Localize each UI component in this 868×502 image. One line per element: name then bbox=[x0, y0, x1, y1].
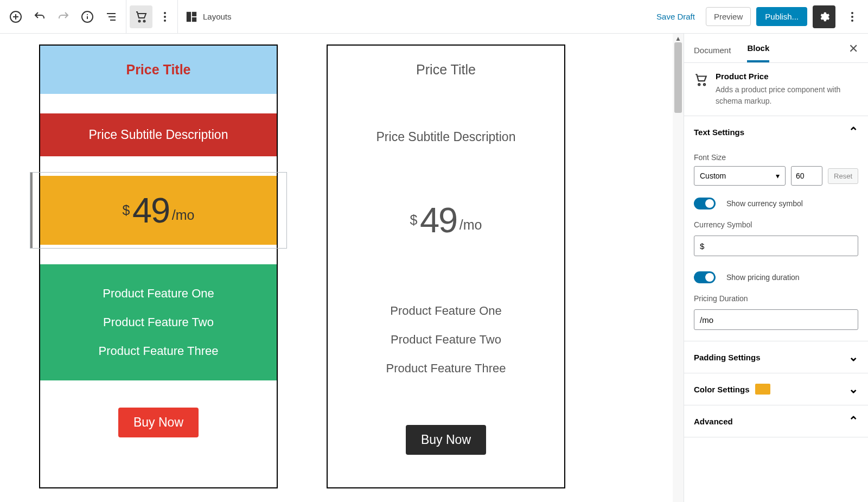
font-size-label: Font Size bbox=[694, 153, 858, 162]
pricing-card[interactable]: Price Title Price Subtitle Description $… bbox=[39, 45, 278, 488]
svg-point-13 bbox=[164, 20, 166, 22]
close-sidebar-button[interactable]: ✕ bbox=[848, 42, 858, 62]
font-size-select[interactable]: Custom ▾ bbox=[694, 166, 786, 186]
tab-block[interactable]: Block bbox=[747, 36, 769, 62]
panel-header-padding[interactable]: Padding Settings ⌄ bbox=[684, 341, 868, 373]
toolbar-left: Layouts bbox=[4, 0, 239, 34]
layouts-button[interactable]: Layouts bbox=[177, 0, 239, 34]
more-menu-button[interactable] bbox=[841, 5, 864, 28]
chevron-up-icon: ⌃ bbox=[848, 414, 858, 428]
panel-advanced: Advanced ⌃ bbox=[684, 405, 868, 437]
svg-point-18 bbox=[851, 16, 853, 18]
svg-point-21 bbox=[704, 84, 705, 85]
pricing-duration-label: Pricing Duration bbox=[694, 294, 858, 303]
font-size-input[interactable] bbox=[791, 166, 822, 186]
panel-title: Color Settings bbox=[694, 385, 750, 394]
panel-padding-settings: Padding Settings ⌄ bbox=[684, 341, 868, 373]
currency-symbol-label: Currency Symbol bbox=[694, 220, 858, 229]
main-area: Price Title Price Subtitle Description $… bbox=[0, 34, 868, 502]
chevron-down-icon: ▾ bbox=[776, 171, 780, 180]
toggle-label: Show currency symbol bbox=[726, 199, 803, 208]
svg-point-19 bbox=[851, 20, 853, 22]
price-value: 49 bbox=[420, 200, 457, 240]
buy-button[interactable]: Buy Now bbox=[406, 425, 486, 455]
chevron-down-icon: ⌄ bbox=[848, 382, 858, 396]
price-duration: /mo bbox=[172, 207, 195, 223]
pricing-card[interactable]: Price Title Price Subtitle Description $… bbox=[327, 45, 565, 488]
list-icon bbox=[105, 10, 118, 23]
toggle-show-duration[interactable] bbox=[694, 271, 716, 283]
block-desc-text: Adds a product price component with sche… bbox=[716, 84, 858, 107]
panel-header-text-settings[interactable]: Text Settings ⌃ bbox=[684, 116, 868, 148]
info-icon bbox=[81, 10, 94, 23]
panel-body: Font Size Custom ▾ Reset Show currency s… bbox=[684, 153, 868, 341]
redo-icon bbox=[57, 10, 70, 23]
svg-point-12 bbox=[164, 16, 166, 18]
plus-circle-icon bbox=[9, 10, 22, 23]
svg-point-17 bbox=[851, 12, 853, 14]
panel-header-color[interactable]: Color Settings ⌄ bbox=[684, 373, 868, 405]
feature-item: Product Feature One bbox=[328, 297, 564, 326]
buy-button[interactable]: Buy Now bbox=[118, 408, 199, 437]
toggle-label: Show pricing duration bbox=[726, 273, 800, 282]
price-block[interactable]: $ 49 /mo bbox=[328, 186, 564, 255]
svg-point-5 bbox=[87, 14, 88, 15]
save-draft-link[interactable]: Save Draft bbox=[651, 9, 700, 24]
color-swatch bbox=[755, 384, 770, 395]
feature-item: Product Feature Two bbox=[328, 326, 564, 354]
panel-title: Text Settings bbox=[694, 128, 744, 137]
preview-button[interactable]: Preview bbox=[706, 7, 751, 26]
sidebar-tabs: Document Block ✕ bbox=[684, 34, 868, 63]
card-title[interactable]: Price Title bbox=[328, 46, 564, 94]
block-title: Product Price bbox=[716, 72, 858, 81]
outline-button[interactable] bbox=[100, 5, 123, 28]
layouts-label: Layouts bbox=[203, 12, 232, 21]
svg-point-10 bbox=[144, 20, 145, 22]
svg-rect-15 bbox=[192, 11, 196, 16]
chevron-up-icon: ⌃ bbox=[848, 125, 858, 139]
panel-header-advanced[interactable]: Advanced ⌃ bbox=[684, 405, 868, 437]
price-duration: /mo bbox=[459, 217, 482, 232]
svg-rect-16 bbox=[192, 17, 196, 21]
panel-title: Padding Settings bbox=[694, 353, 761, 362]
scrollbar-thumb[interactable] bbox=[674, 42, 682, 113]
undo-button[interactable] bbox=[28, 5, 51, 28]
features-list[interactable]: Product Feature One Product Feature Two … bbox=[328, 282, 564, 398]
features-list[interactable]: Product Feature One Product Feature Two … bbox=[40, 264, 277, 380]
select-value: Custom bbox=[700, 171, 726, 180]
svg-rect-14 bbox=[187, 11, 191, 21]
card-title[interactable]: Price Title bbox=[40, 46, 277, 94]
info-button[interactable] bbox=[76, 5, 99, 28]
price-value: 49 bbox=[132, 190, 169, 230]
card-subtitle[interactable]: Price Subtitle Description bbox=[40, 113, 277, 156]
pricing-duration-input[interactable] bbox=[694, 309, 858, 330]
redo-button[interactable] bbox=[52, 5, 75, 28]
kebab-icon bbox=[846, 10, 859, 23]
gear-icon bbox=[818, 11, 830, 23]
price-currency: $ bbox=[410, 212, 418, 227]
price-block[interactable]: $ 49 /mo bbox=[40, 176, 277, 245]
feature-item: Product Feature Two bbox=[40, 308, 277, 337]
settings-sidebar: Document Block ✕ Product Price Adds a pr… bbox=[684, 34, 868, 502]
publish-button[interactable]: Publish... bbox=[756, 7, 807, 26]
toggle-show-currency[interactable] bbox=[694, 198, 716, 209]
feature-item: Product Feature Three bbox=[40, 337, 277, 366]
svg-point-11 bbox=[164, 12, 166, 14]
vertical-scrollbar[interactable]: ▲ bbox=[673, 34, 684, 502]
reset-button[interactable]: Reset bbox=[828, 168, 858, 184]
more-button[interactable] bbox=[154, 5, 176, 28]
layouts-icon bbox=[186, 11, 197, 23]
currency-symbol-input[interactable] bbox=[694, 236, 858, 256]
add-block-button[interactable] bbox=[4, 5, 27, 28]
editor-canvas[interactable]: Price Title Price Subtitle Description $… bbox=[0, 34, 673, 502]
settings-button[interactable] bbox=[813, 5, 835, 28]
panel-title: Advanced bbox=[694, 417, 733, 426]
cart-icon bbox=[694, 73, 708, 87]
kebab-icon bbox=[158, 10, 171, 23]
price-block-selected[interactable]: $ 49 /mo bbox=[30, 173, 286, 248]
chevron-down-icon: ⌄ bbox=[848, 350, 858, 364]
tab-document[interactable]: Document bbox=[694, 38, 731, 62]
price-currency: $ bbox=[123, 202, 130, 218]
card-subtitle[interactable]: Price Subtitle Description bbox=[328, 116, 564, 158]
cart-block-button[interactable] bbox=[130, 5, 152, 28]
